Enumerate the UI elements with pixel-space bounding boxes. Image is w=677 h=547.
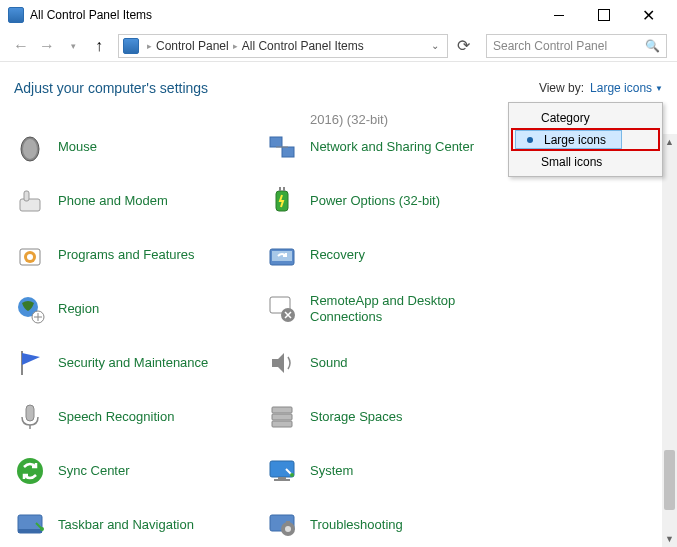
item-programs-features[interactable]: Programs and Features — [14, 238, 264, 272]
svg-rect-20 — [279, 187, 281, 191]
navigation-bar: ← → ▾ ↑ ▸ Control Panel ▸ All Control Pa… — [0, 30, 677, 62]
svg-rect-3 — [24, 191, 29, 201]
svg-rect-28 — [272, 421, 292, 427]
globe-icon — [14, 293, 46, 325]
recent-dropdown[interactable]: ▾ — [62, 35, 84, 57]
item-storage-spaces[interactable]: Storage Spaces — [266, 400, 516, 434]
search-placeholder: Search Control Panel — [493, 39, 645, 53]
back-button[interactable]: ← — [10, 35, 32, 57]
scroll-thumb[interactable] — [664, 450, 675, 510]
view-by-menu: Category Large icons Small icons — [508, 102, 663, 177]
power-icon — [266, 185, 298, 217]
microphone-icon — [14, 401, 46, 433]
svg-rect-14 — [18, 529, 42, 533]
selected-dot-icon — [527, 137, 533, 143]
item-sound[interactable]: Sound — [266, 346, 516, 380]
maximize-button[interactable] — [581, 1, 626, 29]
svg-point-6 — [27, 254, 33, 260]
item-speech-recognition[interactable]: Speech Recognition — [14, 400, 264, 434]
refresh-button[interactable]: ⟳ — [452, 35, 474, 57]
mouse-icon — [14, 131, 46, 163]
breadcrumb-root[interactable]: Control Panel — [156, 39, 229, 53]
breadcrumb-current[interactable]: All Control Panel Items — [242, 39, 364, 53]
close-button[interactable]: ✕ — [626, 1, 671, 29]
storage-icon — [266, 401, 298, 433]
svg-point-35 — [285, 526, 291, 532]
item-recovery[interactable]: Recovery — [266, 238, 516, 272]
phone-icon — [14, 185, 46, 217]
svg-rect-31 — [274, 479, 290, 481]
system-icon — [266, 455, 298, 487]
svg-rect-16 — [270, 137, 282, 147]
svg-rect-26 — [272, 407, 292, 413]
svg-point-1 — [23, 139, 37, 159]
item-phone-modem[interactable]: Phone and Modem — [14, 184, 264, 218]
svg-rect-36 — [286, 521, 290, 524]
item-region[interactable]: Region — [14, 292, 264, 326]
programs-icon — [14, 239, 46, 271]
forward-button[interactable]: → — [36, 35, 58, 57]
item-system[interactable]: System — [266, 454, 516, 488]
breadcrumb-dropdown[interactable]: ⌄ — [427, 40, 443, 51]
breadcrumb[interactable]: ▸ Control Panel ▸ All Control Panel Item… — [118, 34, 448, 58]
remoteapp-icon — [266, 293, 298, 325]
svg-point-15 — [40, 527, 44, 531]
item-network-sharing[interactable]: Network and Sharing Center — [266, 130, 516, 164]
svg-rect-2 — [20, 199, 40, 211]
item-remoteapp[interactable]: RemoteApp and Desktop Connections — [266, 292, 516, 326]
menu-item-category[interactable]: Category — [511, 106, 660, 129]
item-taskbar-navigation[interactable]: Taskbar and Navigation — [14, 508, 264, 542]
view-by-control: View by: Large icons ▼ — [539, 81, 663, 95]
svg-rect-30 — [278, 477, 286, 479]
view-by-label: View by: — [539, 81, 584, 95]
item-sync-center[interactable]: Sync Center — [14, 454, 264, 488]
view-by-dropdown[interactable]: Large icons ▼ — [590, 81, 663, 95]
svg-rect-17 — [282, 147, 294, 157]
search-input[interactable]: Search Control Panel 🔍 — [486, 34, 667, 58]
minimize-button[interactable] — [536, 1, 581, 29]
partial-item-label: 2016) (32-bit) — [310, 112, 388, 127]
troubleshooting-icon — [266, 509, 298, 541]
window-title: All Control Panel Items — [30, 8, 536, 22]
app-icon — [8, 7, 24, 23]
recovery-icon — [266, 239, 298, 271]
menu-item-large-icons[interactable]: Large icons — [511, 128, 660, 151]
item-security-maintenance[interactable]: Security and Maintenance — [14, 346, 264, 380]
title-bar: All Control Panel Items ✕ — [0, 0, 677, 30]
svg-rect-27 — [272, 414, 292, 420]
menu-item-small-icons[interactable]: Small icons — [511, 150, 660, 173]
svg-rect-23 — [272, 251, 292, 261]
content-area: Adjust your computer's settings View by:… — [0, 62, 677, 547]
scroll-down-button[interactable]: ▼ — [662, 531, 677, 547]
scroll-track[interactable] — [662, 150, 677, 531]
sound-icon — [266, 347, 298, 379]
items-grid: Mouse Phone and Modem Programs and Featu… — [14, 130, 663, 542]
scroll-up-button[interactable]: ▲ — [662, 134, 677, 150]
svg-point-12 — [17, 458, 43, 484]
chevron-down-icon: ▼ — [655, 84, 663, 93]
item-mouse[interactable]: Mouse — [14, 130, 264, 164]
chevron-right-icon[interactable]: ▸ — [233, 41, 238, 51]
search-icon: 🔍 — [645, 39, 660, 53]
svg-rect-21 — [283, 187, 285, 191]
vertical-scrollbar[interactable]: ▲ ▼ — [662, 134, 677, 547]
sync-icon — [14, 455, 46, 487]
item-troubleshooting[interactable]: Troubleshooting — [266, 508, 516, 542]
network-icon — [266, 131, 298, 163]
item-power-options[interactable]: Power Options (32-bit) — [266, 184, 516, 218]
up-button[interactable]: ↑ — [88, 35, 110, 57]
svg-point-32 — [290, 473, 294, 477]
chevron-right-icon[interactable]: ▸ — [147, 41, 152, 51]
svg-rect-10 — [26, 405, 34, 421]
location-icon — [123, 38, 139, 54]
taskbar-icon — [14, 509, 46, 541]
flag-icon — [14, 347, 46, 379]
page-heading: Adjust your computer's settings — [14, 80, 208, 96]
